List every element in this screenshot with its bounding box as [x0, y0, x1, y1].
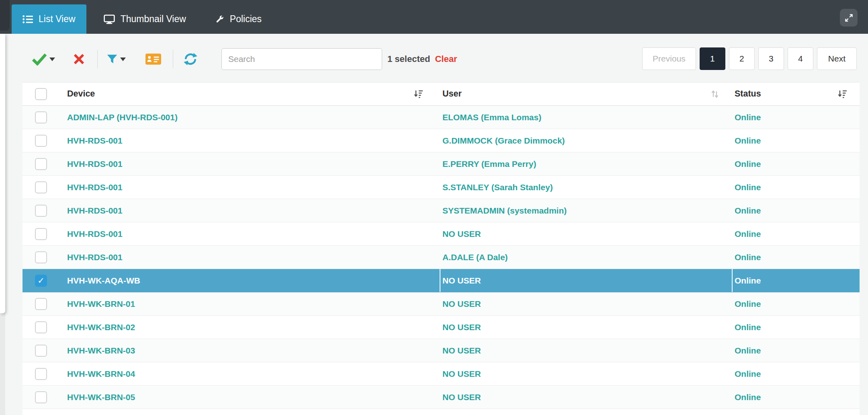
top-bar: List View Thumbnail View Policies — [0, 0, 868, 34]
row-checkbox[interactable] — [35, 205, 47, 217]
user-cell[interactable]: NO USER — [440, 339, 732, 362]
previous-page-button[interactable]: Previous — [642, 47, 696, 70]
device-cell[interactable]: HVH-WK-BRN-01 — [67, 292, 440, 315]
row-checkbox[interactable] — [35, 181, 47, 193]
row-checkbox-cell — [23, 199, 67, 222]
id-card-icon — [145, 53, 162, 66]
table-row[interactable]: HVH-WK-BRN-01 NO USER Online — [23, 292, 860, 316]
filter-dropdown-button[interactable] — [106, 53, 126, 65]
table-row[interactable]: HVH-WK-BRN-02 NO USER Online — [23, 316, 860, 339]
user-cell[interactable]: G.DIMMOCK (Grace Dimmock) — [440, 129, 732, 152]
row-checkbox[interactable] — [35, 368, 47, 380]
search-input[interactable] — [221, 48, 382, 70]
pagination: Previous 1234 Next — [642, 47, 857, 70]
page-button-4[interactable]: 4 — [788, 47, 813, 70]
expand-button[interactable] — [840, 9, 858, 27]
row-checkbox-cell — [23, 386, 67, 409]
collapsed-side-panel-edge[interactable] — [0, 34, 5, 313]
sort-user-icon[interactable] — [710, 89, 720, 99]
status-cell: Online — [732, 222, 860, 245]
row-checkbox[interactable] — [35, 275, 47, 287]
device-cell[interactable]: HVH-RDS-001 — [67, 222, 440, 245]
selection-summary: 1 selected Clear — [387, 54, 457, 64]
row-checkbox[interactable] — [35, 158, 47, 170]
user-cell[interactable]: A.DALE (A Dale) — [440, 246, 732, 269]
row-checkbox[interactable] — [35, 111, 47, 123]
approve-dropdown-button[interactable] — [32, 53, 55, 66]
tab-policies[interactable]: Policies — [203, 4, 272, 34]
user-cell[interactable]: NO USER — [440, 362, 732, 385]
id-card-button[interactable] — [145, 53, 162, 66]
device-cell[interactable]: HVH-WK-BRN-03 — [67, 339, 440, 362]
row-checkbox[interactable] — [35, 345, 47, 357]
user-cell[interactable]: NO USER — [440, 316, 732, 339]
device-cell[interactable]: HVH-WK-BRN-05 — [67, 386, 440, 409]
user-cell[interactable]: NO USER — [440, 292, 732, 315]
row-checkbox[interactable] — [35, 321, 47, 333]
table-row[interactable]: HVH-RDS-001 G.DIMMOCK (Grace Dimmock) On… — [23, 129, 860, 152]
sort-status-icon[interactable] — [837, 89, 848, 99]
user-cell[interactable]: E.PERRY (Emma Perry) — [440, 152, 732, 175]
status-cell: Online — [732, 316, 860, 339]
table-row[interactable]: HVH-WK-AQA-WB NO USER Online — [23, 269, 860, 292]
sort-device-icon[interactable] — [413, 89, 424, 99]
toolbar-divider — [173, 50, 173, 68]
status-column-label: Status — [735, 89, 761, 99]
row-checkbox-cell — [23, 362, 67, 385]
tab-list-view[interactable]: List View — [12, 4, 86, 34]
table-row[interactable]: ADMIN-LAP (HVH-RDS-001) ELOMAS (Emma Lom… — [23, 106, 860, 129]
refresh-button[interactable] — [183, 52, 198, 66]
device-column-header[interactable]: Device — [67, 82, 440, 105]
device-cell[interactable]: HVH-RDS-001 — [67, 129, 440, 152]
status-column-header[interactable]: Status — [732, 82, 860, 105]
device-cell[interactable]: HVH-WK-BRN-02 — [67, 316, 440, 339]
row-checkbox[interactable] — [35, 228, 47, 240]
table-row[interactable]: HVH-RDS-001 SYSTEMADMIN (systemadmin) On… — [23, 199, 860, 222]
device-cell[interactable]: HVH-RDS-001 — [67, 152, 440, 175]
row-checkbox[interactable] — [35, 298, 47, 310]
table-row[interactable]: HVH-WK-BRN-03 NO USER Online — [23, 339, 860, 362]
device-cell[interactable]: HVH-RDS-001 — [67, 199, 440, 222]
selected-count-text: 1 selected — [387, 54, 430, 64]
table-header: Device User Status — [23, 82, 860, 106]
user-cell[interactable]: NO USER — [440, 222, 732, 245]
clear-selection-link[interactable]: Clear — [435, 54, 457, 64]
select-all-checkbox[interactable] — [35, 88, 47, 100]
check-icon — [32, 53, 47, 66]
row-checkbox-cell — [23, 292, 67, 315]
user-cell[interactable]: ELOMAS (Emma Lomas) — [440, 106, 732, 129]
delete-button[interactable] — [73, 53, 85, 66]
tab-thumbnail-view[interactable]: Thumbnail View — [93, 4, 197, 34]
row-checkbox-cell — [23, 269, 67, 292]
page-buttons: 1234 — [700, 47, 813, 70]
user-cell[interactable]: S.STANLEY (Sarah Stanley) — [440, 176, 732, 199]
user-cell[interactable]: NO USER — [440, 386, 732, 409]
table-row[interactable]: HVH-WK-BRN-04 NO USER Online — [23, 362, 860, 386]
table-body: ADMIN-LAP (HVH-RDS-001) ELOMAS (Emma Lom… — [23, 106, 860, 409]
device-cell[interactable]: HVH-WK-BRN-04 — [67, 362, 440, 385]
x-icon — [73, 53, 85, 66]
user-column-header[interactable]: User — [440, 82, 732, 105]
user-cell[interactable]: NO USER — [440, 269, 732, 292]
page-button-1[interactable]: 1 — [700, 47, 725, 70]
select-all-cell — [23, 82, 67, 105]
row-checkbox-cell — [23, 316, 67, 339]
row-checkbox[interactable] — [35, 135, 47, 147]
user-cell[interactable]: SYSTEMADMIN (systemadmin) — [440, 199, 732, 222]
main-content: 1 selected Clear Previous 1234 Next Devi… — [5, 34, 868, 415]
row-checkbox[interactable] — [35, 391, 47, 403]
device-cell[interactable]: HVH-RDS-001 — [67, 246, 440, 269]
table-row[interactable]: HVH-WK-BRN-05 NO USER Online — [23, 386, 860, 409]
row-checkbox[interactable] — [35, 251, 47, 263]
table-row[interactable]: HVH-RDS-001 A.DALE (A Dale) Online — [23, 246, 860, 269]
device-cell[interactable]: ADMIN-LAP (HVH-RDS-001) — [67, 106, 440, 129]
table-row[interactable]: HVH-RDS-001 E.PERRY (Emma Perry) Online — [23, 152, 860, 176]
page-button-2[interactable]: 2 — [729, 47, 755, 70]
table-row[interactable]: HVH-RDS-001 S.STANLEY (Sarah Stanley) On… — [23, 176, 860, 199]
page-button-3[interactable]: 3 — [758, 47, 784, 70]
next-page-button[interactable]: Next — [817, 47, 857, 70]
sidebar-top-notch — [0, 0, 10, 31]
table-row[interactable]: HVH-RDS-001 NO USER Online — [23, 222, 860, 246]
device-cell[interactable]: HVH-RDS-001 — [67, 176, 440, 199]
device-cell[interactable]: HVH-WK-AQA-WB — [67, 269, 440, 292]
